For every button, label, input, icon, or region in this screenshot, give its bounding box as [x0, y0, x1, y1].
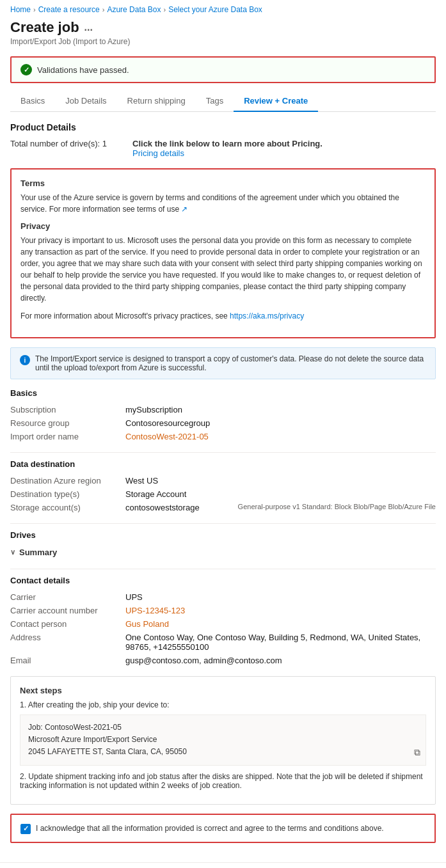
tab-return-shipping[interactable]: Return shipping: [117, 91, 196, 112]
shipping-address-box: Job: ContosoWest-2021-05 Microsoft Azure…: [20, 714, 426, 766]
tab-review-create[interactable]: Review + Create: [234, 91, 318, 112]
contact-person-value: Gus Poland: [125, 619, 436, 629]
privacy-prefix: For more information about Microsoft's p…: [20, 312, 228, 320]
breadcrumb-home[interactable]: Home: [10, 5, 31, 14]
acknowledge-text: I acknowledge that all the information p…: [36, 823, 384, 834]
page-subtitle: Import/Export Job (Import to Azure): [10, 37, 436, 46]
address-line-1: Job: ContosoWest-2021-05: [28, 722, 418, 734]
terms-title: Terms: [20, 178, 426, 188]
pricing-info: Click the link below to learn more about…: [132, 139, 323, 158]
privacy-text1: Your privacy is important to us. Microso…: [20, 235, 426, 304]
carrier-label: Carrier: [10, 592, 125, 602]
import-order-value: ContosoWest-2021-05: [125, 432, 436, 441]
destination-region-row: Destination Azure region West US: [10, 474, 436, 487]
storage-account-label: Storage account(s): [10, 503, 125, 512]
carrier-row: Carrier UPS: [10, 590, 436, 604]
validation-message: Validations have passed.: [37, 65, 129, 75]
validation-success-icon: [20, 64, 32, 75]
product-details-section: Product Details Total number of drive(s)…: [10, 122, 436, 158]
email-value: gusp@contoso.com, admin@contoso.com: [125, 656, 436, 665]
destination-type-label: Destination type(s): [10, 489, 125, 499]
drives-count: Total number of drive(s): 1: [10, 139, 107, 158]
resource-group-label: Resource group: [10, 418, 125, 428]
terms-box: Terms Your use of the Azure service is g…: [10, 168, 436, 338]
storage-account-note: General-purpose v1 Standard: Block Blob/…: [238, 503, 436, 512]
contact-details-section: Contact details Carrier UPS Carrier acco…: [10, 576, 436, 667]
carrier-account-label: Carrier account number: [10, 606, 125, 615]
tab-bar: Basics Job Details Return shipping Tags …: [10, 91, 436, 112]
basics-title: Basics: [10, 388, 436, 398]
destination-type-row: Destination type(s) Storage Account: [10, 487, 436, 501]
contact-person-label: Contact person: [10, 619, 125, 629]
next-steps-title: Next steps: [20, 686, 426, 695]
terms-body-text: Your use of the Azure service is govern …: [20, 193, 399, 214]
drives-section: Drives ∨ Summary: [10, 530, 436, 560]
divider-2: [10, 523, 436, 524]
email-label: Email: [10, 656, 125, 665]
tab-basics[interactable]: Basics: [10, 91, 55, 112]
destination-region-value: West US: [125, 476, 436, 485]
subscription-label: Subscription: [10, 405, 125, 414]
contact-person-row: Contact person Gus Poland: [10, 617, 436, 631]
tab-job-details[interactable]: Job Details: [55, 91, 116, 112]
privacy-text2: For more information about Microsoft's p…: [20, 310, 426, 322]
more-options-icon[interactable]: ...: [84, 22, 93, 33]
address-value: One Contoso Way, One Contoso Way, Buildi…: [125, 633, 436, 652]
acknowledge-box: I acknowledge that all the information p…: [10, 814, 436, 843]
data-destination-section: Data destination Destination Azure regio…: [10, 459, 436, 514]
main-content: Product Details Total number of drive(s)…: [0, 112, 446, 862]
pricing-prompt: Click the link below to learn more about…: [132, 139, 323, 148]
destination-type-value: Storage Account: [125, 489, 436, 499]
info-banner: i The Import/Export service is designed …: [10, 347, 436, 379]
validation-banner: Validations have passed.: [10, 56, 436, 83]
chevron-down-icon: ∨: [10, 548, 15, 556]
resource-group-row: Resource group Contosoresourcegroup: [10, 416, 436, 430]
terms-text: Your use of the Azure service is govern …: [20, 192, 426, 215]
next-steps-step1: 1. After creating the job, ship your dev…: [20, 700, 426, 709]
carrier-account-value: UPS-12345-123: [125, 606, 436, 615]
breadcrumb: Home › Create a resource › Azure Data Bo…: [0, 0, 446, 17]
bottom-bar: Create < Previous: Tags Next: Review + C…: [0, 862, 446, 868]
contact-details-title: Contact details: [10, 576, 436, 585]
import-order-label: Import order name: [10, 432, 125, 441]
subscription-row: Subscription mySubscription: [10, 403, 436, 416]
info-icon: i: [20, 355, 30, 365]
address-line-3: 2045 LAFAYETTE ST, Santa Clara, CA, 9505…: [28, 746, 418, 758]
storage-account-row: Storage account(s) contosoweststorage Ge…: [10, 501, 436, 514]
carrier-account-row: Carrier account number UPS-12345-123: [10, 604, 436, 617]
storage-account-value: contosoweststorage: [125, 503, 233, 512]
product-details-row: Total number of drive(s): 1 Click the li…: [10, 139, 436, 158]
info-banner-text: The Import/Export service is designed to…: [35, 354, 426, 372]
import-order-row: Import order name ContosoWest-2021-05: [10, 430, 436, 443]
acknowledge-checkbox[interactable]: [20, 824, 31, 834]
subscription-value: mySubscription: [125, 405, 436, 414]
address-row: Address One Contoso Way, One Contoso Way…: [10, 631, 436, 654]
email-row: Email gusp@contoso.com, admin@contoso.co…: [10, 654, 436, 667]
destination-region-label: Destination Azure region: [10, 476, 125, 485]
breadcrumb-create-resource[interactable]: Create a resource: [38, 5, 100, 14]
next-steps-step2: 2. Update shipment tracking info and job…: [20, 772, 426, 790]
page-title-text: Create job: [10, 19, 79, 36]
resource-group-value: Contosoresourcegroup: [125, 418, 436, 428]
address-line-2: Microsoft Azure Import/Export Service: [28, 734, 418, 746]
next-steps-box: Next steps 1. After creating the job, sh…: [10, 676, 436, 805]
drives-title: Drives: [10, 530, 436, 540]
copy-icon[interactable]: ⧉: [414, 745, 420, 759]
drives-summary-toggle[interactable]: ∨ Summary: [10, 545, 436, 560]
address-label: Address: [10, 633, 125, 652]
pricing-link[interactable]: Pricing details: [132, 148, 184, 158]
privacy-title: Privacy: [20, 221, 426, 231]
terms-of-use-link[interactable]: ↗: [181, 205, 187, 214]
divider-3: [10, 569, 436, 569]
carrier-value: UPS: [125, 592, 436, 602]
page-header: Create job ... Import/Export Job (Import…: [0, 17, 446, 51]
drives-summary-label: Summary: [19, 548, 57, 557]
breadcrumb-azure-data-box[interactable]: Azure Data Box: [107, 5, 161, 14]
divider-1: [10, 452, 436, 453]
privacy-link[interactable]: https://aka.ms/privacy: [230, 312, 304, 320]
tab-tags[interactable]: Tags: [196, 91, 234, 112]
basics-section: Basics Subscription mySubscription Resou…: [10, 388, 436, 443]
data-destination-title: Data destination: [10, 459, 436, 469]
breadcrumb-select-data-box[interactable]: Select your Azure Data Box: [168, 5, 262, 14]
product-details-title: Product Details: [10, 122, 436, 132]
